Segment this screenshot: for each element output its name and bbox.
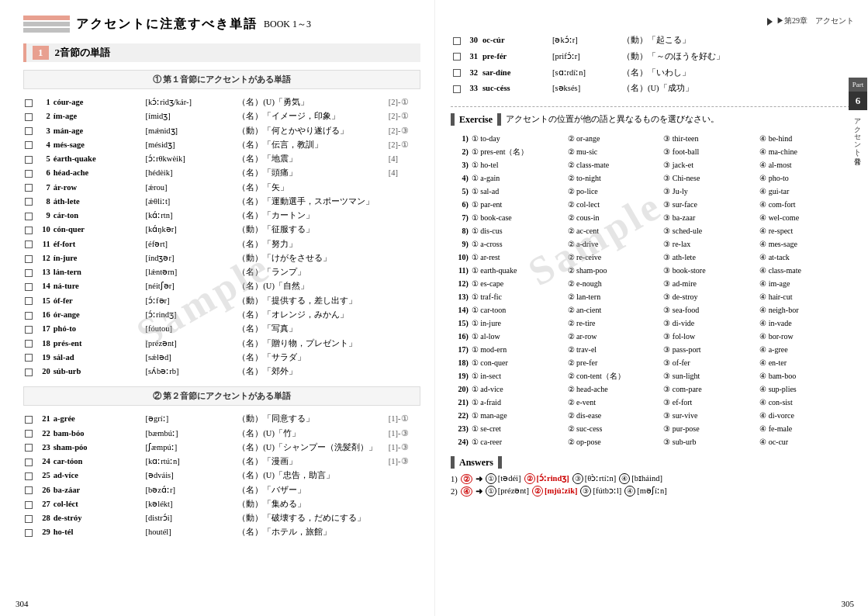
ex-col4: ④ class-mate xyxy=(758,264,854,277)
word-num: 15 xyxy=(36,294,51,308)
answer-row-num: 1) xyxy=(451,475,458,483)
checkbox-cell xyxy=(23,525,36,539)
ans-item2: ②[ɔ́ːrindʒ] xyxy=(524,473,569,484)
note xyxy=(387,483,420,497)
word-entry: col-léct xyxy=(52,497,144,511)
word-entry: óf-fer xyxy=(52,294,144,308)
ex-col1: ① in-sect xyxy=(470,369,566,382)
word-entry: éf-fort xyxy=(52,237,144,251)
note xyxy=(387,265,420,279)
ex-col2: ② mu-sic xyxy=(566,145,662,158)
word-entry: a-grée xyxy=(52,412,144,426)
meaning: （名）「ランプ」 xyxy=(236,265,386,279)
list-item: 12 ín-jure [índʒər] （動）「けがをさせる」 xyxy=(23,251,420,265)
pronunciation: [prézənt] xyxy=(144,337,237,351)
checkbox-cell xyxy=(23,152,36,166)
ex-col3: ③ pass-port xyxy=(662,343,758,356)
word-entry: cár-ton xyxy=(52,209,144,223)
word-entry: pre-fér xyxy=(480,49,550,65)
list-item: 15 óf-fer [ɔ́ːfər] （動）「提供する，差し出す」 xyxy=(23,294,420,308)
word-num: 14 xyxy=(36,279,51,293)
ex-col2: ② suc-cess xyxy=(566,422,662,435)
ex-num: 6) xyxy=(451,198,470,211)
meaning: （動）「集める」 xyxy=(236,497,386,511)
ex-col2: ② cous-in xyxy=(566,211,662,224)
word-num: 5 xyxy=(36,152,51,166)
meaning: （動）「提供する，差し出す」 xyxy=(236,294,386,308)
ans-item4: ④[məʃíːn] xyxy=(624,486,666,497)
meaning: （名）(U)「勇気」 xyxy=(236,95,386,109)
ex-num: 7) xyxy=(451,211,470,224)
meaning: （名）「オレンジ，みかん」 xyxy=(236,308,386,322)
word-entry: héad-ache xyxy=(52,166,144,180)
ex-col3: ③ sur-face xyxy=(662,198,758,211)
word-entry: bam-bóo xyxy=(52,427,144,441)
pronunciation: [sɑːrdíːn] xyxy=(550,65,620,81)
exercise-row: 18) ① con-quer ② pre-fer ③ of-fer ④ en-t… xyxy=(451,356,854,369)
pronunciation: [kɑːrtúːn] xyxy=(144,455,237,469)
ex-col3: ③ sun-light xyxy=(662,369,758,382)
pronunciation: [bæmbúː] xyxy=(144,427,237,441)
ex-col4: ④ wel-come xyxy=(758,211,854,224)
ex-col3: ③ Chi-nese xyxy=(662,171,758,185)
continued-word-list: 30 oc-cúr [əkɔ́ːr] （動）「起こる」 31 pre-fér [… xyxy=(451,33,854,97)
word-entry: éarth-quake xyxy=(52,152,144,166)
ex-col3: ③ ath-lete xyxy=(662,251,758,264)
note: [1]-③ xyxy=(387,427,420,441)
ex-num: 24) xyxy=(451,435,470,448)
ex-col3: ③ Ju-ly xyxy=(662,185,758,198)
word-entry: ár-row xyxy=(52,181,144,195)
ex-col2: ② a-drive xyxy=(566,237,662,251)
checkbox-cell xyxy=(23,109,36,123)
checkbox-cell xyxy=(23,511,36,525)
section-heading-text: 2音節の単語 xyxy=(55,46,111,60)
pronunciation: [kɑ́ŋkər] xyxy=(144,223,237,237)
ex-col1: ① ca-reer xyxy=(470,435,566,448)
ex-col3: ③ sur-vive xyxy=(662,409,758,422)
word-entry: suc-céss xyxy=(480,81,550,97)
ex-num: 2) xyxy=(451,145,470,158)
list-item: 24 car-tóon [kɑːrtúːn] （名）「漫画」 [1]-③ xyxy=(23,455,420,469)
ex-col2: ② class-mate xyxy=(566,158,662,171)
meaning: （名）「地震」 xyxy=(236,152,386,166)
ex-num: 23) xyxy=(451,422,470,435)
note xyxy=(387,511,420,525)
word-entry: sar-díne xyxy=(480,65,550,81)
ex-col3: ③ thir-teen xyxy=(662,132,758,145)
ex-col1: ① ad-vice xyxy=(470,382,566,396)
checkbox-cell xyxy=(23,124,36,138)
checkbox-cell xyxy=(23,95,36,109)
note: [4] xyxy=(387,152,420,166)
part-subject: アクセント・発音 xyxy=(853,113,863,152)
word-num: 13 xyxy=(36,265,51,279)
note xyxy=(387,251,420,265)
part-badge-area: Part 6 アクセント・発音 xyxy=(848,78,868,152)
meaning: （名）「サラダ」 xyxy=(236,351,386,365)
ex-num: 22) xyxy=(451,409,470,422)
list-item: 27 col-léct [kəlékt] （動）「集める」 xyxy=(23,497,420,511)
exercise-heading: Exercise アクセントの位置が他の語と異なるものを選びなさい。 xyxy=(451,113,854,126)
list-item: 14 ná-ture [néitʃər] （名）(U)「自然」 xyxy=(23,279,420,293)
word-entry: ím-age xyxy=(52,109,144,123)
ex-col1: ① es-cape xyxy=(470,277,566,290)
ex-num: 12) xyxy=(451,277,470,290)
ex-col4: ④ in-vade xyxy=(758,317,854,330)
word-entry: sham-póo xyxy=(52,441,144,455)
word-entry: prés-ent xyxy=(52,337,144,351)
word-entry: oc-cúr xyxy=(480,33,550,49)
part-label: Part xyxy=(849,78,867,92)
word-num: 4 xyxy=(36,138,51,152)
checkbox-cell xyxy=(451,65,465,81)
ex-col4: ④ neigh-bor xyxy=(758,303,854,317)
note xyxy=(387,308,420,322)
answer-arrow: ➜ xyxy=(475,474,482,483)
main-title-area: アクセントに注意すべき単語 BOOK 1～3 xyxy=(23,16,420,33)
ex-col2: ② trav-el xyxy=(566,343,662,356)
ex-num: 10) xyxy=(451,251,470,264)
checkbox-cell xyxy=(23,351,36,365)
pronunciation: [səksés] xyxy=(550,81,620,97)
ex-col3: ③ com-pare xyxy=(662,382,758,396)
ex-col4: ④ hair-cut xyxy=(758,290,854,303)
pronunciation: [ʃæmpúː] xyxy=(144,441,237,455)
list-item: 6 héad-ache [hédèik] （名）「頭痛」 [4] xyxy=(23,166,420,180)
